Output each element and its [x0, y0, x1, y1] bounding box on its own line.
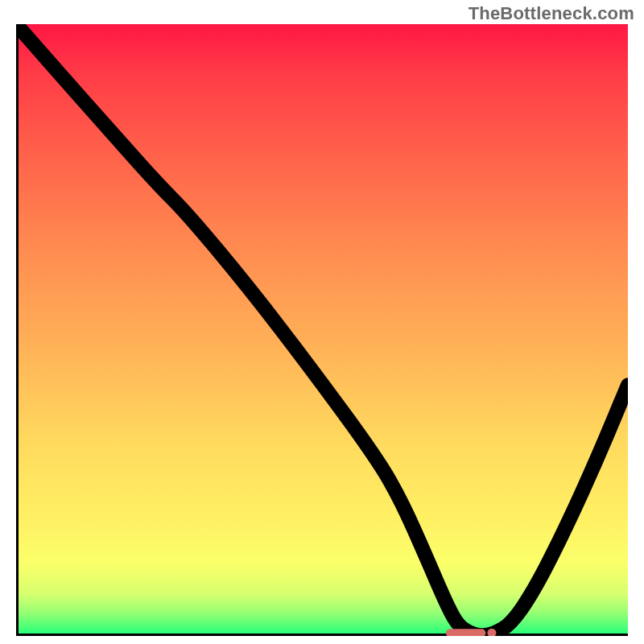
chart-svg — [16, 24, 628, 636]
chart-area — [16, 24, 628, 636]
optimal-marker-pill — [446, 629, 485, 636]
watermark-text: TheBottleneck.com — [469, 3, 634, 24]
bottleneck-curve — [16, 24, 628, 635]
